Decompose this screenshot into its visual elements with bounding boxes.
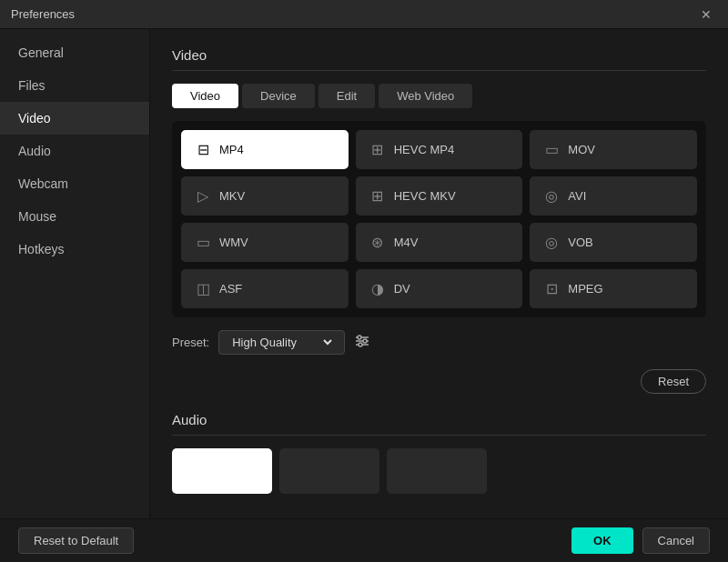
close-button[interactable]: ✕ <box>695 5 717 24</box>
tab-web-video[interactable]: Web Video <box>379 84 472 108</box>
mov-icon: ▭ <box>542 141 561 158</box>
filter-settings-icon[interactable] <box>354 333 370 353</box>
audio-section-title: Audio <box>172 412 706 436</box>
mp4-icon: ⊟ <box>194 141 212 158</box>
title-bar: Preferences ✕ <box>0 0 728 29</box>
format-m4v[interactable]: ⊛ M4V <box>356 223 523 262</box>
tab-video[interactable]: Video <box>172 84 238 108</box>
format-dv[interactable]: ◑ DV <box>356 269 523 308</box>
format-mov[interactable]: ▭ MOV <box>530 130 697 169</box>
asf-label: ASF <box>219 282 242 296</box>
mpeg-label: MPEG <box>568 282 602 296</box>
preset-row: Preset: High Quality Standard Quality Lo… <box>172 330 706 355</box>
svg-point-4 <box>363 339 367 343</box>
reset-row: Reset <box>172 369 706 394</box>
hevc-mkv-icon: ⊞ <box>369 187 387 205</box>
format-wmv[interactable]: ▭ WMV <box>181 223 349 262</box>
sidebar-item-general[interactable]: General <box>0 36 149 69</box>
format-hevc-mkv[interactable]: ⊞ HEVC MKV <box>356 176 523 216</box>
format-asf[interactable]: ◫ ASF <box>181 269 349 308</box>
audio-thumb-2[interactable] <box>279 448 379 494</box>
format-tabs: Video Device Edit Web Video <box>172 84 706 108</box>
audio-thumb-3[interactable] <box>387 448 487 494</box>
sidebar-item-webcam[interactable]: Webcam <box>0 167 149 200</box>
preset-select-wrapper[interactable]: High Quality Standard Quality Low Qualit… <box>218 330 345 355</box>
mov-label: MOV <box>568 143 595 156</box>
mpeg-icon: ⊡ <box>542 280 561 297</box>
main-layout: General Files Video Audio Webcam Mouse H… <box>0 29 728 518</box>
wmv-label: WMV <box>219 236 248 249</box>
format-hevc-mp4[interactable]: ⊞ HEVC MP4 <box>356 130 523 169</box>
dv-label: DV <box>394 282 410 296</box>
mkv-icon: ▷ <box>194 187 212 205</box>
svg-point-3 <box>358 336 361 339</box>
audio-thumb-1[interactable] <box>172 448 272 494</box>
avi-label: AVI <box>568 189 586 203</box>
window-title: Preferences <box>11 7 75 21</box>
preset-label: Preset: <box>172 336 209 349</box>
reset-to-default-button[interactable]: Reset to Default <box>18 527 134 554</box>
format-mpeg[interactable]: ⊡ MPEG <box>530 269 697 308</box>
sidebar-item-files[interactable]: Files <box>0 69 149 102</box>
sidebar-item-mouse[interactable]: Mouse <box>0 200 149 233</box>
sidebar-item-hotkeys[interactable]: Hotkeys <box>0 233 149 266</box>
vob-icon: ◎ <box>542 234 561 251</box>
m4v-label: M4V <box>394 236 419 249</box>
reset-button[interactable]: Reset <box>641 369 706 394</box>
m4v-icon: ⊛ <box>369 234 387 251</box>
wmv-icon: ▭ <box>194 234 212 251</box>
hevc-mp4-label: HEVC MP4 <box>394 143 454 156</box>
dv-icon: ◑ <box>369 280 387 297</box>
format-grid: ⊟ MP4 ⊞ HEVC MP4 ▭ MOV ▷ MKV ⊞ HEV <box>181 130 697 308</box>
avi-icon: ◎ <box>542 187 561 205</box>
audio-preview <box>172 448 706 494</box>
mp4-label: MP4 <box>219 143 244 156</box>
mkv-label: MKV <box>219 189 245 203</box>
sidebar-item-video[interactable]: Video <box>0 102 149 135</box>
tab-edit[interactable]: Edit <box>318 84 375 108</box>
svg-point-5 <box>359 343 362 346</box>
bottom-right-buttons: OK Cancel <box>571 527 710 554</box>
format-avi[interactable]: ◎ AVI <box>530 176 697 216</box>
format-mkv[interactable]: ▷ MKV <box>181 176 349 216</box>
cancel-button[interactable]: Cancel <box>642 527 710 554</box>
format-mp4[interactable]: ⊟ MP4 <box>181 130 349 169</box>
vob-label: VOB <box>568 236 592 249</box>
sidebar-item-audio[interactable]: Audio <box>0 135 149 167</box>
preset-dropdown[interactable]: High Quality Standard Quality Low Qualit… <box>228 335 335 350</box>
video-section-title: Video <box>172 47 706 71</box>
hevc-mp4-icon: ⊞ <box>369 141 387 158</box>
format-vob[interactable]: ◎ VOB <box>530 223 697 262</box>
audio-section: Audio <box>172 412 706 494</box>
ok-button[interactable]: OK <box>571 527 633 554</box>
bottom-bar: Reset to Default OK Cancel <box>0 518 728 562</box>
asf-icon: ◫ <box>194 280 212 297</box>
format-grid-container: ⊟ MP4 ⊞ HEVC MP4 ▭ MOV ▷ MKV ⊞ HEV <box>172 121 706 317</box>
sidebar: General Files Video Audio Webcam Mouse H… <box>0 29 150 518</box>
hevc-mkv-label: HEVC MKV <box>394 189 456 203</box>
content-area: Video Video Device Edit Web Video ⊟ MP4 … <box>150 29 728 518</box>
tab-device[interactable]: Device <box>242 84 315 108</box>
